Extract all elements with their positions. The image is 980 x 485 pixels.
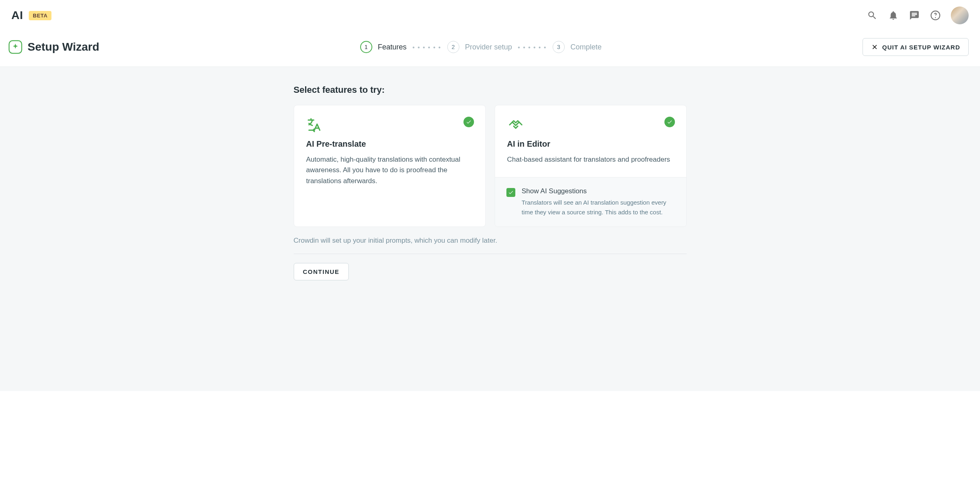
content-area: Select features to try: AI Pre-translat xyxy=(0,67,980,391)
close-icon xyxy=(871,43,878,51)
step-number: 2 xyxy=(447,41,459,53)
card-description: Chat-based assistant for translators and… xyxy=(507,154,674,165)
step-label: Provider setup xyxy=(465,43,512,51)
top-left: AI BETA xyxy=(11,9,51,22)
translate-icon xyxy=(306,117,473,133)
card-title: AI Pre-translate xyxy=(306,139,473,149)
step-label: Complete xyxy=(570,43,602,51)
quit-wizard-label: QUIT AI SETUP WIZARD xyxy=(882,44,961,51)
section-heading: Select features to try: xyxy=(294,85,687,95)
card-ai-pre-translate[interactable]: AI Pre-translate Automatic, high-quality… xyxy=(294,105,486,227)
card-description: Automatic, high-quality translations wit… xyxy=(306,154,473,186)
app-label: AI xyxy=(11,9,23,22)
search-icon[interactable] xyxy=(867,10,878,21)
top-bar: AI BETA xyxy=(0,0,980,31)
show-ai-suggestions-checkbox[interactable] xyxy=(506,188,515,197)
feature-cards: AI Pre-translate Automatic, high-quality… xyxy=(294,105,687,227)
chat-icon[interactable] xyxy=(909,10,920,21)
card-ai-in-editor[interactable]: AI in Editor Chat-based assistant for tr… xyxy=(495,105,687,227)
wizard-bar: Setup Wizard 1 Features ● ● ● ● ● ● 2 Pr… xyxy=(0,31,980,67)
wizard-steps: 1 Features ● ● ● ● ● ● 2 Provider setup … xyxy=(360,41,602,53)
continue-button[interactable]: CONTINUE xyxy=(294,263,349,280)
card-title: AI in Editor xyxy=(507,139,674,149)
notifications-icon[interactable] xyxy=(888,10,899,21)
hint-text: Crowdin will set up your initial prompts… xyxy=(294,237,687,245)
selected-check-icon xyxy=(463,117,474,127)
step-separator: ● ● ● ● ● ● xyxy=(518,45,547,49)
avatar[interactable] xyxy=(951,6,969,24)
top-right xyxy=(867,6,969,24)
step-number: 1 xyxy=(360,41,372,53)
wizard-left: Setup Wizard xyxy=(8,40,99,54)
step-features[interactable]: 1 Features xyxy=(360,41,407,53)
quit-wizard-button[interactable]: QUIT AI SETUP WIZARD xyxy=(863,38,969,56)
step-complete[interactable]: 3 Complete xyxy=(553,41,602,53)
step-label: Features xyxy=(378,43,407,51)
step-number: 3 xyxy=(553,41,565,53)
wizard-sparkle-icon xyxy=(8,40,23,54)
divider xyxy=(294,254,687,254)
step-provider-setup[interactable]: 2 Provider setup xyxy=(447,41,512,53)
card-sub-option: Show AI Suggestions Translators will see… xyxy=(495,177,686,226)
sub-option-title: Show AI Suggestions xyxy=(522,187,675,195)
sub-option-description: Translators will see an AI translation s… xyxy=(522,198,675,217)
wizard-title: Setup Wizard xyxy=(28,41,99,53)
help-icon[interactable] xyxy=(930,10,941,21)
step-separator: ● ● ● ● ● ● xyxy=(412,45,442,49)
selected-check-icon xyxy=(664,117,675,127)
beta-badge: BETA xyxy=(29,11,51,20)
handshake-icon xyxy=(507,117,674,133)
